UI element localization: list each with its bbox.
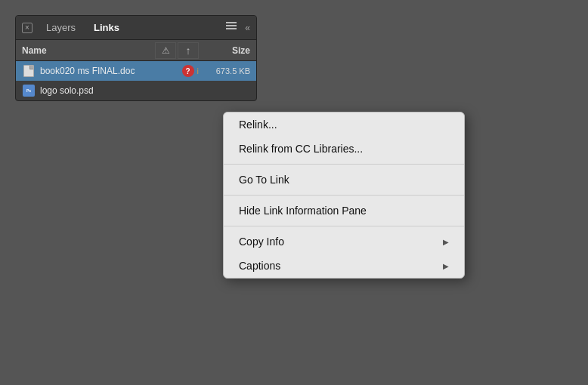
psd-file-icon: Ps	[22, 84, 36, 97]
collapse-button[interactable]: «	[245, 23, 250, 33]
row-filename: logo solo.psd	[40, 85, 250, 96]
row-filesize: 673.5 KB	[205, 66, 250, 75]
menu-separator-3	[224, 226, 464, 226]
info-badge: i	[197, 66, 199, 75]
links-panel: × Layers Links « Name ⚠ ↑ Size book020 m…	[15, 15, 257, 101]
submenu-arrow-captions: ▶	[443, 262, 449, 270]
submenu-arrow-copy-info: ▶	[443, 238, 449, 246]
name-column-header: Name	[22, 45, 155, 56]
context-menu-relink[interactable]: Relink...	[224, 112, 464, 137]
menu-separator-1	[224, 164, 464, 165]
doc-file-icon	[22, 64, 36, 78]
context-menu: Relink... Relink from CC Libraries... Go…	[223, 112, 465, 279]
tab-layers[interactable]: Layers	[39, 19, 83, 36]
menu-separator-2	[224, 195, 464, 196]
warning-header-icon: ⚠	[155, 42, 176, 59]
context-menu-go-to-link[interactable]: Go To Link	[224, 168, 464, 192]
table-row[interactable]: book020 ms FINAL.doc ? i 673.5 KB	[16, 61, 256, 81]
menu-bar-1	[226, 22, 237, 23]
header-icons: ⚠ ↑	[155, 42, 199, 59]
panel-tabs: Layers Links	[39, 19, 127, 36]
menu-bar-3	[226, 28, 237, 29]
warning-badge: ?	[182, 65, 194, 77]
table-row[interactable]: Ps logo solo.psd	[16, 81, 256, 100]
close-button[interactable]: ×	[22, 23, 32, 33]
context-menu-hide-link-info[interactable]: Hide Link Information Pane	[224, 199, 464, 223]
panel-titlebar: × Layers Links «	[16, 16, 256, 40]
menu-bar-2	[226, 25, 237, 26]
row-filename: book020 ms FINAL.doc	[40, 66, 182, 76]
context-menu-relink-cc[interactable]: Relink from CC Libraries...	[224, 137, 464, 161]
column-headers: Name ⚠ ↑ Size	[16, 40, 256, 61]
size-column-header: Size	[205, 45, 250, 56]
context-menu-copy-info[interactable]: Copy Info ▶	[224, 229, 464, 254]
panel-menu-icon[interactable]	[226, 22, 237, 29]
link-status-header-icon: ↑	[178, 42, 199, 59]
context-menu-captions[interactable]: Captions ▶	[224, 254, 464, 278]
tab-links[interactable]: Links	[86, 19, 127, 36]
